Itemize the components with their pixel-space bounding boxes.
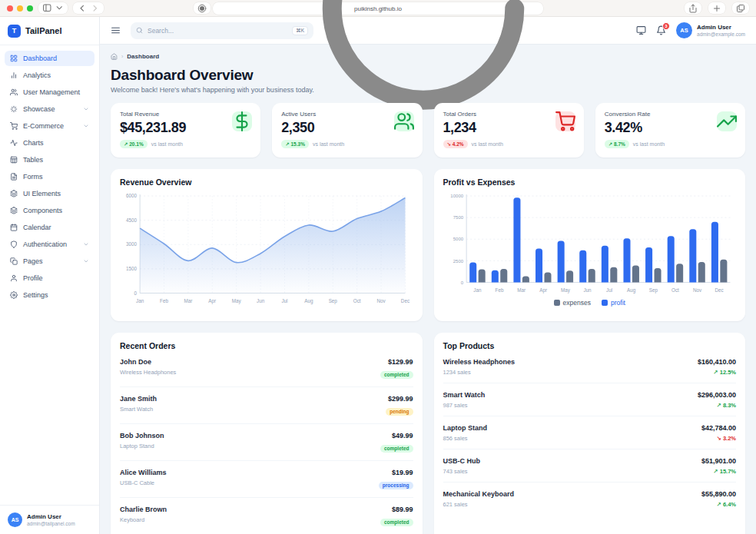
- cart-icon: [10, 122, 18, 130]
- sidebar-item-tables[interactable]: Tables: [5, 152, 94, 167]
- privacy-report-button[interactable]: [194, 2, 211, 14]
- sidebar-item-analytics[interactable]: Analytics: [5, 68, 94, 83]
- sidebar-item-forms[interactable]: Forms: [5, 169, 94, 184]
- tab-overview-button[interactable]: [732, 2, 749, 14]
- product-name: Laptop Stand: [443, 424, 488, 432]
- sidebar-icon: [42, 3, 52, 13]
- sidebar-item-label: Forms: [23, 173, 43, 181]
- svg-text:Jan: Jan: [136, 298, 144, 303]
- sidebar-item-dashboard[interactable]: Dashboard: [5, 51, 94, 66]
- svg-text:Apr: Apr: [208, 298, 216, 304]
- breadcrumb-separator: ›: [121, 54, 123, 59]
- stat-card-conversion-rate: Conversion Rate 3.42% ↗ 8.7% vs last mon…: [595, 103, 745, 158]
- user-menu[interactable]: AS Admin User admin@example.com: [676, 22, 745, 38]
- hamburger-icon: [111, 25, 121, 35]
- product-revenue: $160,410.00: [698, 358, 736, 366]
- svg-text:Oct: Oct: [671, 287, 679, 293]
- forward-icon[interactable]: [90, 3, 101, 14]
- sidebar-item-pages[interactable]: Pages: [5, 254, 94, 269]
- trend-up-icon: [717, 111, 737, 131]
- maximize-window-button[interactable]: [27, 5, 33, 12]
- product-change: ↗ 6.4%: [701, 501, 736, 508]
- gear-icon: [10, 291, 18, 299]
- share-button[interactable]: [685, 2, 701, 14]
- svg-text:0: 0: [460, 280, 463, 285]
- avatar: AS: [8, 512, 22, 527]
- sidebar-item-label: User Management: [23, 88, 80, 96]
- svg-text:Jul: Jul: [606, 287, 612, 293]
- order-product: Laptop Stand: [120, 443, 164, 449]
- sidebar-item-label: Calendar: [23, 224, 51, 231]
- order-price: $89.99: [380, 506, 413, 513]
- area-chart-svg: 01500300045006000 JanFebMarAprMayJunJulA…: [120, 190, 413, 307]
- order-price: $129.99: [380, 358, 413, 366]
- product-sales: 856 sales: [443, 435, 488, 442]
- browser-sidebar-toggle[interactable]: [38, 2, 68, 14]
- order-row: Charlie Brown Keyboard $89.99 completed: [120, 498, 413, 534]
- grid-icon: [10, 55, 18, 62]
- users-icon: [10, 88, 18, 96]
- sidebar-item-e-commerce[interactable]: E-Commerce: [5, 118, 94, 134]
- close-window-button[interactable]: [7, 5, 13, 12]
- legend-item-expenses[interactable]: expenses: [554, 299, 591, 307]
- brand-logo: T: [8, 25, 21, 38]
- notifications-button[interactable]: 3: [656, 25, 666, 35]
- back-icon[interactable]: [77, 3, 88, 14]
- svg-text:5000: 5000: [453, 237, 463, 241]
- sidebar-item-label: Profile: [23, 274, 43, 282]
- home-icon[interactable]: [111, 53, 118, 60]
- menu-toggle-button[interactable]: [111, 25, 121, 35]
- search-placeholder: Search...: [148, 27, 287, 35]
- address-bar[interactable]: puikinsh.github.io: [213, 2, 543, 15]
- order-customer: Alice Williams: [120, 469, 166, 476]
- search-input[interactable]: Search... ⌘K: [131, 22, 313, 39]
- svg-text:Oct: Oct: [353, 298, 361, 303]
- header-user-email: admin@example.com: [697, 32, 745, 37]
- sidebar-item-user-management[interactable]: User Management: [5, 85, 94, 100]
- minimize-window-button[interactable]: [17, 5, 23, 12]
- sidebar-item-showcase[interactable]: Showcase: [5, 101, 94, 117]
- order-price: $299.99: [386, 395, 413, 403]
- svg-text:Jul: Jul: [281, 298, 287, 303]
- legend-item-profit[interactable]: profit: [602, 299, 625, 307]
- legend-label: profit: [611, 299, 625, 307]
- order-customer: Jane Smith: [120, 395, 157, 403]
- browser-chrome: puikinsh.github.io: [0, 0, 756, 17]
- product-row: Mechanical Keyboard 621 sales $55,890.00…: [443, 483, 737, 515]
- product-name: Wireless Headphones: [443, 358, 515, 366]
- legend-label: expenses: [563, 299, 591, 307]
- users-icon: [394, 111, 414, 131]
- stat-note: vs last month: [633, 141, 665, 147]
- sidebar-item-settings[interactable]: Settings: [5, 287, 94, 303]
- order-customer: John Doe: [120, 358, 176, 366]
- svg-text:Nov: Nov: [376, 298, 386, 303]
- svg-text:Sep: Sep: [648, 287, 658, 294]
- theme-toggle-button[interactable]: [636, 25, 646, 35]
- sidebar-item-authentication[interactable]: Authentication: [5, 237, 94, 252]
- plus-icon: [712, 4, 721, 13]
- svg-text:0: 0: [134, 290, 138, 296]
- sidebar-user-email: admin@tailpanel.com: [27, 521, 75, 526]
- tabs-icon: [736, 4, 745, 13]
- product-revenue: $296,003.00: [698, 391, 736, 399]
- brand[interactable]: T TailPanel: [0, 17, 99, 45]
- layers-icon: [10, 190, 18, 197]
- list-title: Top Products: [443, 341, 737, 350]
- sidebar-item-calendar[interactable]: Calendar: [5, 220, 94, 235]
- cart-icon: [555, 111, 575, 131]
- sidebar-user[interactable]: AS Admin User admin@tailpanel.com: [0, 505, 99, 534]
- svg-text:Aug: Aug: [627, 287, 636, 294]
- new-tab-button[interactable]: [708, 2, 725, 14]
- product-row: Wireless Headphones 1234 sales $160,410.…: [443, 350, 737, 383]
- stat-note: vs last month: [313, 141, 344, 147]
- notification-badge: 3: [662, 22, 670, 30]
- recent-orders-list: John Doe Wireless Headphones $129.99 com…: [120, 350, 413, 534]
- sidebar-item-charts[interactable]: Charts: [5, 135, 94, 151]
- sidebar-item-components[interactable]: Components: [5, 203, 94, 218]
- sidebar-item-profile[interactable]: Profile: [5, 270, 94, 286]
- legend-swatch: [554, 300, 560, 306]
- sidebar-item-ui-elements[interactable]: UI Elements: [5, 186, 94, 201]
- svg-text:Mar: Mar: [184, 298, 192, 303]
- sidebar-item-label: E-Commerce: [23, 122, 64, 130]
- order-row: Jane Smith Smart Watch $299.99 pending: [120, 387, 413, 424]
